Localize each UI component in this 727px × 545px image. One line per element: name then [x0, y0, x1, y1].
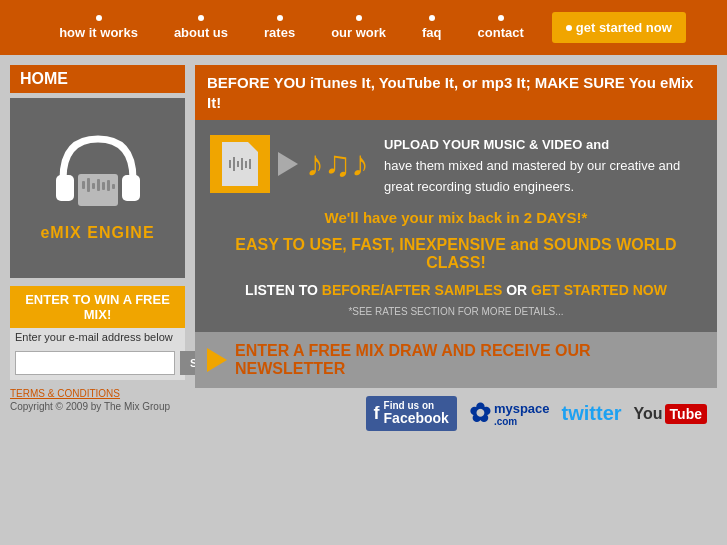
sidebar-logo-box: eMIX ENGINE [10, 98, 185, 278]
footer-social: f Find us on Facebook ✿ myspace .com twi… [195, 388, 717, 438]
nav-faq[interactable]: faq [404, 15, 460, 40]
svg-rect-1 [122, 175, 140, 201]
myspace-text: myspace .com [494, 401, 550, 427]
svg-rect-7 [102, 182, 105, 190]
nav-dot [429, 15, 435, 21]
file-inner [222, 142, 258, 186]
sidebar-home-label: HOME [10, 65, 185, 93]
wave-bar [249, 159, 251, 169]
wave-bar [233, 157, 235, 171]
music-notes-icon: ♪♫♪ [306, 143, 369, 185]
headline-bar: BEFORE YOU iTunes It, YouTube It, or mp3… [195, 65, 717, 120]
svg-rect-8 [107, 180, 110, 191]
nav-get-started-button[interactable]: GET STARTED NOW [552, 12, 686, 43]
newsletter-label: ENTER A FREE MIX DRAW AND RECEIVE OUR NE… [235, 342, 705, 378]
facebook-badge[interactable]: f Find us on Facebook [366, 396, 457, 430]
email-label: Enter your e-mail address below [10, 328, 185, 346]
main-content-box: ♪♫♪ UPLOAD YOUR MUSIC & VIDEO and have t… [195, 120, 717, 332]
svg-rect-6 [97, 179, 100, 191]
newsletter-arrow-icon [207, 348, 227, 372]
nav-dot [566, 25, 572, 31]
main-container: HOME eMIX ENGIN [0, 55, 727, 449]
easy-text: EASY TO USE, FAST, INEXPENSIVE and SOUND… [210, 236, 702, 272]
myspace-icon: ✿ [469, 398, 491, 429]
upload-icons: ♪♫♪ [210, 135, 369, 193]
email-form: SUBMIT [10, 346, 185, 380]
nav-dot [277, 15, 283, 21]
right-arrow-icon [278, 152, 298, 176]
email-input[interactable] [15, 351, 175, 375]
two-days-text: We'll have your mix back in 2 DAYS!* [210, 209, 702, 226]
nav-dot [198, 15, 204, 21]
svg-rect-3 [82, 181, 85, 189]
content-area: BEFORE YOU iTunes It, YouTube It, or mp3… [195, 65, 717, 439]
file-icon [210, 135, 270, 193]
file-fold [248, 142, 258, 152]
wave-bar [245, 161, 247, 168]
myspace-badge[interactable]: ✿ myspace .com [469, 398, 550, 429]
wave-bar [241, 158, 243, 170]
nav-rates[interactable]: rates [246, 15, 313, 40]
facebook-f-icon: f [374, 403, 380, 424]
nav-contact[interactable]: contact [460, 15, 542, 40]
twitter-badge[interactable]: twitter [562, 402, 622, 425]
youtube-badge[interactable]: You Tube [634, 404, 707, 424]
nav-about-us[interactable]: about us [156, 15, 246, 40]
nav-dot [356, 15, 362, 21]
get-started-link[interactable]: GET STARTED NOW [531, 282, 667, 298]
svg-rect-0 [56, 175, 74, 201]
nav-our-work[interactable]: our work [313, 15, 404, 40]
sidebar: HOME eMIX ENGIN [10, 65, 185, 439]
wave-bar [237, 161, 239, 167]
svg-rect-4 [87, 178, 90, 192]
upload-section: ♪♫♪ UPLOAD YOUR MUSIC & VIDEO and have t… [210, 135, 702, 197]
terms-conditions-link[interactable]: TERMS & CONDITIONS [10, 388, 185, 399]
win-free-mix-banner: ENTER TO WIN A FREE MIX! [10, 286, 185, 328]
upload-text: UPLOAD YOUR MUSIC & VIDEO and have them … [384, 135, 702, 197]
nav-dot [498, 15, 504, 21]
nav-dot [96, 15, 102, 21]
nav-how-it-works[interactable]: how it works [41, 15, 156, 40]
svg-rect-9 [112, 184, 115, 189]
facebook-text: Find us on Facebook [384, 400, 449, 426]
emix-engine-label: eMIX ENGINE [40, 224, 154, 242]
wave-bar [229, 160, 231, 168]
emix-prefix: eMIX [40, 224, 81, 241]
main-nav: how it works about us rates our work faq… [0, 0, 727, 55]
listen-text: LISTEN TO BEFORE/AFTER SAMPLES OR GET ST… [210, 282, 702, 298]
headphones-icon [48, 129, 148, 219]
before-after-link[interactable]: BEFORE/AFTER SAMPLES [322, 282, 502, 298]
svg-rect-5 [92, 183, 95, 189]
newsletter-bar[interactable]: ENTER A FREE MIX DRAW AND RECEIVE OUR NE… [195, 332, 717, 388]
waveform [229, 154, 251, 174]
copyright-text: Copyright © 2009 by The Mix Group [10, 401, 185, 412]
youtube-you-text: You [634, 405, 663, 423]
youtube-tube-text: Tube [665, 404, 707, 424]
rates-note: *SEE RATES SECTION FOR MORE DETAILS... [210, 306, 702, 317]
